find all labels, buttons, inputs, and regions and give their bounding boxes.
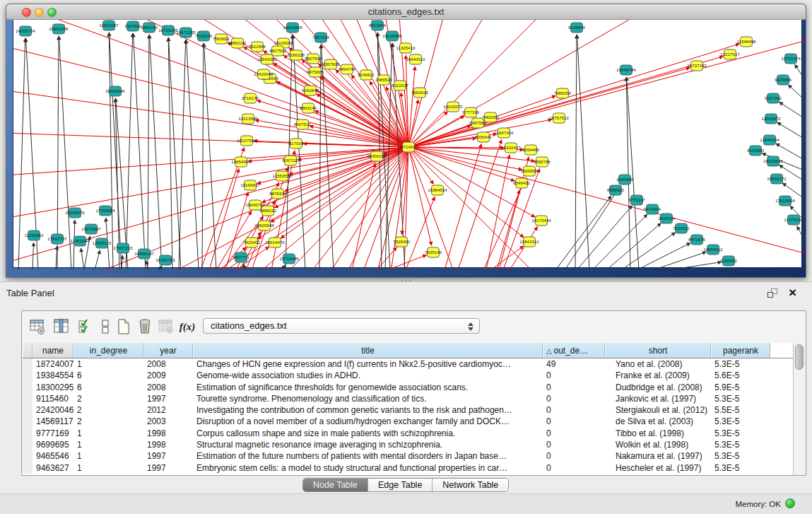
tab-node-table[interactable]: Node Table xyxy=(303,479,368,491)
cell-short: Hescheler et al. (1997) xyxy=(605,462,711,474)
edge[interactable] xyxy=(158,266,161,269)
selected-edge[interactable] xyxy=(408,147,524,238)
close-panel-icon[interactable]: × xyxy=(789,284,796,302)
table-row[interactable]: 2242004622012Investigating the contribut… xyxy=(23,404,793,416)
new-table-button[interactable] xyxy=(114,317,134,337)
edge[interactable] xyxy=(779,102,804,118)
edge[interactable] xyxy=(95,250,100,269)
memory-ok-indicator[interactable] xyxy=(785,498,795,508)
edge[interactable] xyxy=(575,35,577,269)
edge[interactable] xyxy=(33,243,34,269)
window-title: citations_edges.txt xyxy=(6,6,806,17)
selected-edge[interactable] xyxy=(408,20,646,147)
edge[interactable] xyxy=(788,85,804,100)
edge[interactable] xyxy=(282,264,286,269)
column-header-in_degree[interactable]: in_degree xyxy=(73,343,143,358)
selected-edge[interactable] xyxy=(408,116,464,147)
column-header-title[interactable]: title xyxy=(193,343,543,358)
selected-edge[interactable] xyxy=(13,115,408,147)
selected-edge[interactable] xyxy=(408,147,723,269)
edge[interactable] xyxy=(286,35,293,269)
selected-edge[interactable] xyxy=(13,20,408,147)
edge[interactable] xyxy=(653,252,707,269)
edge[interactable] xyxy=(202,43,204,269)
table-row[interactable]: 911546021997Tourette syndrome. Phenomeno… xyxy=(23,393,793,404)
edge[interactable] xyxy=(148,35,149,269)
graph-node-label: 17957223 xyxy=(113,245,133,250)
selected-edge[interactable] xyxy=(408,147,804,269)
table-row[interactable]: 1938455462009Genome-wide association stu… xyxy=(23,370,793,381)
table-row[interactable]: 1872400712008Changes of HCN gene express… xyxy=(23,358,793,370)
selected-edge[interactable] xyxy=(408,147,432,245)
edge[interactable] xyxy=(243,264,245,269)
float-panel-icon[interactable] xyxy=(767,288,779,298)
selected-edge[interactable] xyxy=(408,147,804,269)
edge[interactable] xyxy=(150,35,162,269)
table-settings-button[interactable] xyxy=(28,317,47,337)
selected-edge[interactable] xyxy=(257,100,408,147)
scrollbar-thumb[interactable] xyxy=(795,344,804,370)
edge[interactable] xyxy=(606,223,661,269)
edge[interactable] xyxy=(56,246,57,269)
selected-edge[interactable] xyxy=(406,197,435,269)
selected-edge[interactable] xyxy=(13,20,408,147)
select-columns-button[interactable] xyxy=(76,317,95,337)
edge[interactable] xyxy=(122,255,122,269)
edge[interactable] xyxy=(577,35,589,269)
table-row[interactable]: 977716911998Corpus callosum shape and si… xyxy=(23,428,793,439)
edge[interactable] xyxy=(797,226,804,240)
table-row[interactable]: 1830029562008Estimation of significance … xyxy=(23,382,793,393)
edge[interactable] xyxy=(669,262,722,269)
edge[interactable] xyxy=(204,43,216,269)
edge[interactable] xyxy=(795,64,804,78)
cell-out_de: 49 xyxy=(543,358,605,370)
table-scrollbar[interactable] xyxy=(793,343,805,475)
node-table[interactable]: namein_degreeyeartitle△ out_de…shortpage… xyxy=(23,343,793,475)
show-columns-button[interactable] xyxy=(52,317,71,337)
edge[interactable] xyxy=(777,122,804,139)
table-select-dropdown[interactable]: citations_edges.txt xyxy=(203,318,480,334)
function-builder-button[interactable]: f(x) xyxy=(177,317,197,337)
table-row[interactable]: 946554611997Estimation of the future num… xyxy=(23,450,793,462)
network-view[interactable]: 2405572420691406106532871527602946616010… xyxy=(13,20,802,268)
tab-edge-table[interactable]: Edge Table xyxy=(368,479,433,491)
selected-edge[interactable] xyxy=(13,20,408,147)
selected-edge[interactable] xyxy=(13,20,408,147)
selected-edge[interactable] xyxy=(408,44,739,147)
row-options-button[interactable] xyxy=(95,317,115,337)
edge[interactable] xyxy=(776,144,804,160)
selected-edge[interactable] xyxy=(13,20,408,147)
selected-edge[interactable] xyxy=(13,20,408,147)
edge[interactable] xyxy=(134,33,146,269)
selected-edge[interactable] xyxy=(486,155,510,269)
edge[interactable] xyxy=(179,40,186,269)
table-row[interactable]: 1456911722003Disruption of a novel membe… xyxy=(23,416,793,427)
edge[interactable] xyxy=(126,33,133,269)
selected-edge[interactable] xyxy=(13,20,408,147)
edge[interactable] xyxy=(637,243,690,269)
selected-edge[interactable] xyxy=(13,20,408,147)
graph-node-label: 12841512 xyxy=(519,239,539,244)
column-header-short[interactable]: short xyxy=(605,343,711,358)
window-titlebar[interactable]: citations_edges.txt xyxy=(6,4,806,20)
table-row[interactable]: 946362711997Embryonic stem cells: a mode… xyxy=(23,462,793,474)
column-header-pagerank[interactable]: pagerank xyxy=(711,343,770,358)
column-header-out_de[interactable]: △ out_de… xyxy=(543,343,605,358)
selected-edge[interactable] xyxy=(445,144,481,269)
selected-edge[interactable] xyxy=(13,20,408,147)
column-header-name[interactable]: name xyxy=(33,343,73,358)
column-header-year[interactable]: year xyxy=(143,343,193,358)
selected-edge[interactable] xyxy=(13,20,408,147)
edge[interactable] xyxy=(555,196,611,269)
edge[interactable] xyxy=(187,40,199,269)
selected-edge[interactable] xyxy=(510,226,538,269)
selected-edge[interactable] xyxy=(408,147,514,181)
selected-edge[interactable] xyxy=(458,139,502,269)
delete-attribute-button[interactable] xyxy=(135,317,155,337)
edge[interactable] xyxy=(565,185,620,269)
table-row[interactable]: 969969511998Structural magnetic resonanc… xyxy=(23,439,793,450)
tab-network-table[interactable]: Network Table xyxy=(433,479,508,491)
selected-edge[interactable] xyxy=(377,247,396,269)
edge[interactable] xyxy=(577,206,632,269)
edge[interactable] xyxy=(81,248,84,269)
